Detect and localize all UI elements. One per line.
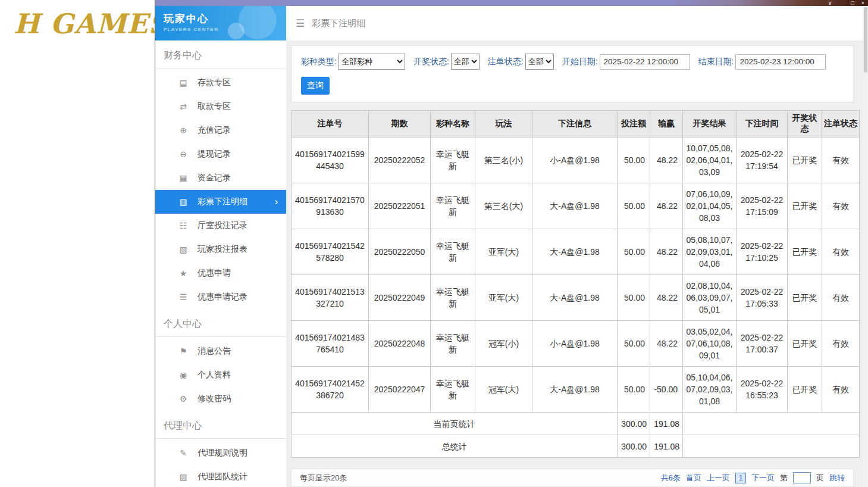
column-header: 下注信息: [532, 111, 618, 138]
bet-record-row: 40156917402157091363020250222051幸运飞艇新第三名…: [292, 183, 860, 229]
sidebar-item-funds-record[interactable]: ▦资金记录: [155, 166, 286, 190]
order-status-label: 注单状态:: [488, 57, 524, 67]
cell-bet-info: 大-A盘@1.98: [532, 367, 618, 413]
table-summary: 当前页统计 300.00 191.08 总统计 300.00 191.08: [292, 413, 860, 458]
sidebar-nav: 财务中心▤存款专区⇄取款专区⊕充值记录⊖提现记录▦资金记录▥彩票下注明细›☷厅室…: [155, 40, 286, 487]
close-icon[interactable]: ×: [861, 0, 864, 6]
cell-play-type: 亚军(大): [475, 275, 532, 321]
cell-period: 20250222050: [369, 229, 431, 275]
cell-draw-result: 10,07,05,08,02,06,04,01,03,09: [683, 138, 737, 183]
sidebar-item-hall-bet-record[interactable]: ☷厅室投注记录: [155, 214, 286, 238]
cashout-record-icon: ⊖: [178, 149, 189, 159]
cell-bet-time: 2025-02-22 17:19:54: [737, 138, 788, 183]
window-scrollbar[interactable]: [863, 6, 868, 487]
sidebar-section-title: 个人中心: [155, 309, 286, 337]
app-window: ∨ □ × 玩家中心 PLAYERS CENTER 财务中心▤存款专区⇄取款专区…: [155, 0, 868, 487]
end-date-label: 结束日期:: [698, 57, 734, 67]
page-summary-bet-total: 300.00: [618, 413, 650, 435]
sidebar-item-promo-apply[interactable]: ★优惠申请: [155, 261, 286, 285]
page-title: 彩票下注明细: [312, 18, 365, 29]
cell-period: 20250222051: [369, 183, 431, 229]
sidebar-item-deposit[interactable]: ▤存款专区: [155, 71, 286, 95]
sidebar-item-cashout-record[interactable]: ⊖提现记录: [155, 142, 286, 166]
logo-bar-icon: [3, 14, 10, 40]
jump-button[interactable]: 跳转: [829, 473, 845, 483]
first-page-link[interactable]: 首页: [686, 473, 701, 483]
change-password-icon: ⚙: [178, 394, 189, 404]
column-header: 下注时间: [737, 111, 788, 138]
cell-play-type: 第三名(小): [475, 138, 532, 183]
column-header: 注单号: [292, 111, 369, 138]
column-header: 投注额: [618, 111, 650, 138]
sidebar-item-profile[interactable]: ◉个人资料: [155, 363, 286, 387]
profile-icon: ◉: [178, 370, 189, 380]
cell-bet-time: 2025-02-22 17:10:25: [737, 229, 788, 275]
sidebar-item-player-bet-report[interactable]: ▧玩家投注报表: [155, 238, 286, 261]
sidebar-item-withdraw[interactable]: ⇄取款专区: [155, 95, 286, 118]
sidebar-item-label: 玩家投注报表: [198, 244, 247, 255]
prev-page-link[interactable]: 上一页: [707, 473, 730, 483]
start-date-input[interactable]: [600, 54, 690, 70]
agent-team-stats-icon: ▨: [178, 472, 189, 482]
grand-summary-bet-total: 300.00: [618, 435, 650, 458]
sidebar-item-agent-rules[interactable]: ✎代理规则说明: [155, 441, 286, 465]
cell-play-type: 第三名(大): [475, 183, 532, 229]
scrollbar-thumb[interactable]: [864, 7, 867, 73]
bet-record-row: 40156917402154257828020250222050幸运飞艇新亚军(…: [292, 229, 860, 275]
page-summary-empty: [683, 413, 860, 435]
brand-decoration: [239, 6, 277, 39]
sidebar-item-label: 代理规则说明: [198, 448, 247, 458]
order-status-filter: 注单状态: 全部: [488, 54, 554, 70]
lottery-type-select[interactable]: 全部彩种: [339, 54, 405, 70]
cell-win-loss: 48.22: [650, 183, 683, 229]
cell-lottery-name: 幸运飞艇新: [431, 367, 475, 413]
lottery-type-label: 彩种类型:: [301, 57, 337, 67]
funds-record-icon: ▦: [178, 173, 189, 183]
maximize-icon[interactable]: □: [851, 0, 854, 6]
order-status-select[interactable]: 全部: [525, 54, 554, 70]
start-date-label: 开始日期:: [562, 57, 598, 67]
cell-win-loss: 48.22: [650, 321, 683, 367]
sidebar-item-lottery-bet-detail[interactable]: ▥彩票下注明细›: [155, 190, 286, 214]
sidebar-item-label: 代理团队统计: [198, 472, 247, 482]
end-date-input[interactable]: [735, 54, 826, 70]
next-page-link[interactable]: 下一页: [751, 473, 775, 483]
chevron-right-icon: ›: [275, 196, 278, 207]
cell-bet-amount: 50.00: [618, 138, 650, 183]
sidebar-item-change-password[interactable]: ⚙修改密码: [155, 387, 286, 411]
sidebar-item-announcement[interactable]: ⚑消息公告: [155, 339, 286, 363]
window-titlebar: ∨ □ ×: [155, 0, 868, 6]
sidebar-section-title: 代理中心: [155, 411, 286, 439]
sidebar-item-recharge-record[interactable]: ⊕充值记录: [155, 118, 286, 142]
deposit-icon: ▤: [178, 78, 189, 88]
cell-period: 20250222048: [369, 321, 431, 367]
sidebar-item-agent-team-stats[interactable]: ▨代理团队统计: [155, 465, 286, 487]
search-button[interactable]: 查询: [301, 77, 330, 95]
sidebar-item-promo-apply-record[interactable]: ☰优惠申请记录: [155, 285, 286, 309]
draw-status-label: 开奖状态:: [413, 57, 449, 67]
draw-status-select[interactable]: 全部: [451, 54, 480, 70]
cell-bet-no: 401569174021599445430: [292, 138, 369, 183]
cell-order-status: 有效: [822, 367, 860, 413]
current-page-indicator[interactable]: 1: [735, 473, 746, 483]
cell-order-status: 有效: [822, 229, 860, 275]
column-header: 玩法: [475, 111, 532, 138]
bet-record-row: 40156917402151332721020250222049幸运飞艇新亚军(…: [292, 275, 860, 321]
logo-bar-icon: [4, 6, 12, 40]
hamburger-icon[interactable]: ☰: [296, 17, 305, 30]
bet-record-row: 40156917402145238672020250222047幸运飞艇新冠军(…: [292, 367, 860, 413]
grand-summary-label: 总统计: [292, 435, 618, 458]
cell-draw-result: 05,10,04,06,07,02,09,03,01,08: [683, 367, 737, 413]
cell-play-type: 冠军(大): [475, 367, 532, 413]
page-jump-input[interactable]: [793, 472, 811, 483]
chevron-down-icon[interactable]: ∨: [828, 0, 832, 6]
bet-record-row: 40156917402159944543020250222052幸运飞艇新第三名…: [292, 138, 860, 183]
cell-draw-status: 已开奖: [788, 183, 822, 229]
sidebar-item-label: 修改密码: [198, 394, 231, 404]
bet-table-wrap: 注单号期数彩种名称玩法下注信息投注额输赢开奖结果下注时间开奖状态注单状态 401…: [291, 110, 854, 458]
cell-bet-amount: 50.00: [618, 183, 650, 229]
page: H GAMES ∨ □ × 玩家中心 PLAYERS CENTER 财务中心▤存…: [0, 0, 868, 487]
player-bet-report-icon: ▧: [178, 245, 189, 254]
withdraw-icon: ⇄: [178, 102, 189, 111]
cell-lottery-name: 幸运飞艇新: [431, 183, 475, 229]
